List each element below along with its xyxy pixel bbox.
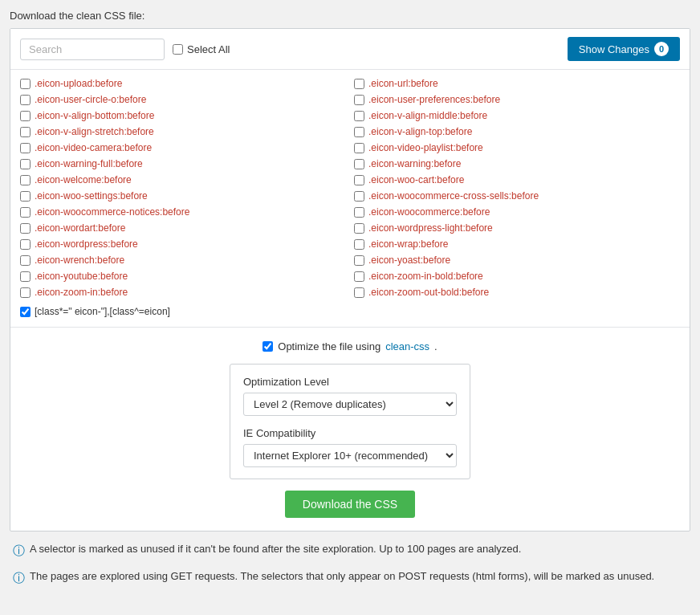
checklist-item: .eicon-woo-settings:before <box>20 189 346 203</box>
select-all-checkbox[interactable] <box>173 44 183 55</box>
special-item-checkbox[interactable] <box>20 307 31 317</box>
checklist-label: .eicon-woocommerce-notices:before <box>35 206 189 218</box>
ie-compat-select[interactable]: Internet Explorer 10+ (recommended)Inter… <box>243 444 457 467</box>
search-input[interactable] <box>20 39 165 60</box>
optimize-period: . <box>434 340 438 352</box>
info-text-1: A selector is marked as unused if it can… <box>30 541 521 557</box>
checklist-item: .eicon-wordpress:before <box>20 237 346 251</box>
checklist-item: .eicon-zoom-out-bold:before <box>354 285 680 299</box>
select-all-text: Select All <box>187 43 230 55</box>
checklist-item: .eicon-user-preferences:before <box>354 92 680 107</box>
checklist-label: .eicon-video-camera:before <box>35 142 152 153</box>
checklist-label: .eicon-wrench:before <box>35 255 124 266</box>
checklist-item: .eicon-v-align-stretch:before <box>20 124 346 139</box>
checklist-label: .eicon-wrap:before <box>368 238 448 250</box>
checklist-checkbox[interactable] <box>354 287 364 298</box>
checklist-label: .eicon-warning:before <box>368 158 461 169</box>
checklist-item: .eicon-wordart:before <box>20 221 346 235</box>
checklist-checkbox[interactable] <box>354 191 364 202</box>
checklist-checkbox[interactable] <box>354 207 364 218</box>
checklist-item: .eicon-v-align-middle:before <box>354 108 680 123</box>
checklist-checkbox[interactable] <box>20 127 31 137</box>
optimize-box: Optimization Level Level 2 (Remove dupli… <box>230 364 470 479</box>
checklist-label: .eicon-v-align-stretch:before <box>35 126 154 137</box>
checklist-item: .eicon-woocommerce-cross-sells:before <box>354 189 680 203</box>
show-changes-label: Show Changes <box>579 43 649 55</box>
checklist-label: .eicon-zoom-out-bold:before <box>368 287 489 298</box>
checklist-item: .eicon-zoom-in-bold:before <box>354 269 680 283</box>
checklist-checkbox[interactable] <box>354 223 364 234</box>
checklist-checkbox[interactable] <box>20 95 31 105</box>
checklist-checkbox[interactable] <box>20 175 31 185</box>
checklist-checkbox[interactable] <box>354 95 364 105</box>
checklist-checkbox[interactable] <box>20 207 31 218</box>
info-icon-1: ⓘ <box>13 542 25 560</box>
checklist-label: .eicon-v-align-bottom:before <box>35 110 154 121</box>
optimize-text: Optimize the file using <box>278 340 381 352</box>
checklist-label: .eicon-zoom-in:before <box>35 287 128 298</box>
optimization-level-group: Optimization Level Level 2 (Remove dupli… <box>243 376 457 416</box>
download-css-button[interactable]: Download the CSS <box>285 491 415 518</box>
checklist-grid: .eicon-upload:before.eicon-url:before.ei… <box>20 76 680 299</box>
checklist-item: .eicon-warning:before <box>354 157 680 171</box>
checklist-checkbox[interactable] <box>354 143 364 153</box>
info-section: ⓘ A selector is marked as unused if it c… <box>10 532 690 598</box>
checklist-checkbox[interactable] <box>20 159 31 169</box>
checklist-label: .eicon-wordpress-light:before <box>368 222 493 234</box>
checklist-label: .eicon-youtube:before <box>35 271 128 282</box>
checklist-label: .eicon-url:before <box>368 78 438 89</box>
checklist-checkbox[interactable] <box>20 255 31 266</box>
page-title: Download the clean CSS file: <box>10 10 690 22</box>
checklist-checkbox[interactable] <box>20 223 31 234</box>
checklist-label: .eicon-woo-cart:before <box>368 174 464 185</box>
checklist-item: .eicon-woo-cart:before <box>354 173 680 187</box>
clean-css-link[interactable]: clean-css <box>385 340 429 352</box>
checklist-checkbox[interactable] <box>354 79 364 89</box>
checklist-checkbox[interactable] <box>354 111 364 121</box>
checklist-checkbox[interactable] <box>20 271 31 282</box>
info-item-1: ⓘ A selector is marked as unused if it c… <box>13 541 687 560</box>
checklist-checkbox[interactable] <box>354 239 364 250</box>
checklist-label: .eicon-v-align-middle:before <box>368 110 487 121</box>
special-item-label: [class*=" eicon-"],[class^=eicon] <box>35 306 170 317</box>
select-all-label[interactable]: Select All <box>173 43 230 55</box>
checklist-checkbox[interactable] <box>354 271 364 282</box>
checklist-checkbox[interactable] <box>20 79 31 89</box>
checklist-item: .eicon-woocommerce-notices:before <box>20 205 346 219</box>
checklist-label: .eicon-video-playlist:before <box>368 142 483 153</box>
checklist-item: .eicon-video-playlist:before <box>354 141 680 155</box>
checklist-item: .eicon-woocommerce:before <box>354 205 680 219</box>
checklist-item: .eicon-yoast:before <box>354 253 680 267</box>
checklist-checkbox[interactable] <box>20 239 31 250</box>
checklist-item: .eicon-wrap:before <box>354 237 680 251</box>
optimize-label: Optimize the file using clean-css. <box>262 340 437 352</box>
ie-compat-group: IE Compatibility Internet Explorer 10+ (… <box>243 427 457 467</box>
checklist-label: .eicon-woo-settings:before <box>35 190 148 202</box>
checklist-checkbox[interactable] <box>20 287 31 298</box>
checklist-item: .eicon-video-camera:before <box>20 141 346 155</box>
checklist-item: .eicon-wrench:before <box>20 253 346 267</box>
show-changes-button[interactable]: Show Changes 0 <box>568 37 680 61</box>
checklist-checkbox[interactable] <box>20 191 31 202</box>
checklist-label: .eicon-welcome:before <box>35 174 132 185</box>
optimize-checkbox[interactable] <box>262 341 273 352</box>
checklist-label: .eicon-wordpress:before <box>35 238 138 250</box>
checklist-checkbox[interactable] <box>20 111 31 121</box>
checklist-label: .eicon-v-align-top:before <box>368 126 472 137</box>
optimize-section: Optimize the file using clean-css. Optim… <box>10 328 690 531</box>
checklist-item: .eicon-user-circle-o:before <box>20 92 346 107</box>
checklist-checkbox[interactable] <box>354 127 364 137</box>
checklist-checkbox[interactable] <box>354 159 364 169</box>
optimization-level-label: Optimization Level <box>243 376 457 388</box>
optimization-level-select[interactable]: Level 2 (Remove duplicates)Level 1 (Basi… <box>243 393 457 416</box>
checklist-checkbox[interactable] <box>20 143 31 153</box>
info-icon-2: ⓘ <box>13 569 25 588</box>
checklist-checkbox[interactable] <box>354 175 364 185</box>
checklist-label: .eicon-warning-full:before <box>35 158 143 169</box>
checklist-checkbox[interactable] <box>354 255 364 266</box>
show-changes-badge: 0 <box>654 42 669 56</box>
checklist-label: .eicon-upload:before <box>35 78 122 89</box>
info-text-2: The pages are explored using GET request… <box>30 568 654 584</box>
checklist-label: .eicon-woocommerce:before <box>368 206 490 218</box>
checklist-item: .eicon-v-align-bottom:before <box>20 108 346 123</box>
